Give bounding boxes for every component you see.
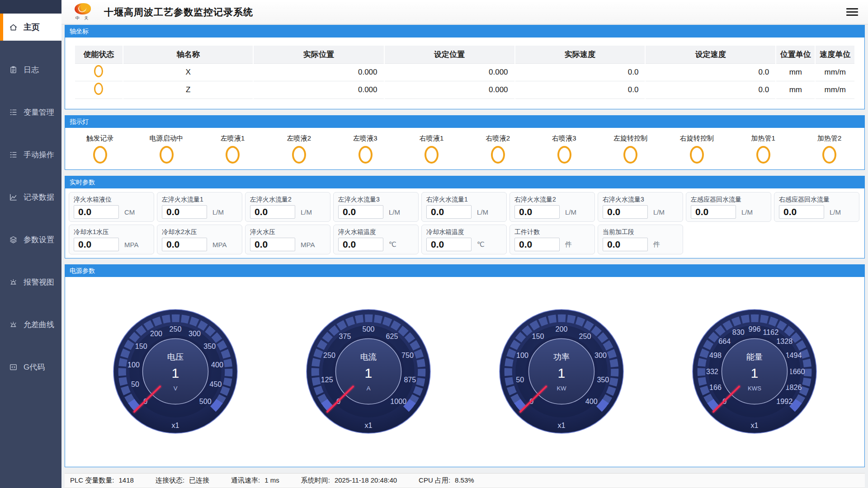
param-card: 淬火水箱温度0.0℃ xyxy=(333,225,419,254)
sidebar-item-log[interactable]: 日志 xyxy=(0,56,61,83)
axis-table: 使能状态轴名称实际位置设定位置实际速度设定速度位置单位速度单位 X0.0000.… xyxy=(74,46,855,99)
indicator: 电源启动中 xyxy=(133,134,200,164)
indicator-label: 右喷液1 xyxy=(420,134,443,143)
manual-icon xyxy=(9,150,18,159)
gauge-tick-label: 125 xyxy=(321,375,333,384)
gauge-tick-label: 1328 xyxy=(776,338,793,346)
status-item: 连接状态:已连接 xyxy=(156,476,209,485)
param-value: 0.0 xyxy=(514,238,560,251)
gauge-multiplier: x1 xyxy=(171,421,179,429)
indicator: 左喷液1 xyxy=(199,134,266,164)
axis-col-header: 位置单位 xyxy=(776,46,815,64)
sidebar-item-variables[interactable]: 变量管理 xyxy=(0,99,61,126)
param-value: 0.0 xyxy=(514,205,560,219)
param-card: 左淬火水流量10.0L/M xyxy=(157,192,242,222)
param-value: 0.0 xyxy=(250,205,295,219)
gauge-tick-label: 500 xyxy=(199,397,211,405)
indicator-light xyxy=(557,146,571,164)
status-item: PLC 变量数量:1418 xyxy=(70,476,134,485)
sidebar-item-tolerance[interactable]: 允差曲线 xyxy=(0,311,61,338)
status-label: 系统时间: xyxy=(301,476,330,485)
gauge-voltage: 050100150200250300350400450500电压1Vx1 xyxy=(108,305,243,439)
axis-col-header: 设定速度 xyxy=(646,46,775,64)
main-column: 中 天 十堰高周波工艺参数监控记录系统 轴坐标 使能状态轴名称实际位置设定位置实… xyxy=(61,0,868,488)
gauge-unit: A xyxy=(366,385,370,392)
param-label: 淬火水压 xyxy=(250,228,326,236)
gauge-tick-label: 1494 xyxy=(785,351,802,359)
gauge-power: 050100150200250300350400功率1KWx1 xyxy=(494,305,629,439)
log-icon xyxy=(9,66,18,74)
sidebar-item-label: 参数设置 xyxy=(24,235,54,245)
table-row: X0.0000.0000.00.0mmmm/m xyxy=(75,64,854,81)
gauge-title: 电流 xyxy=(360,352,376,361)
axis-cell-axis: Z xyxy=(123,81,253,99)
app-root: 主页日志变量管理手动操作记录数据参数设置报警视图允差曲线G代码 中 天 十堰高周… xyxy=(0,0,868,488)
gauge-tick-label: 664 xyxy=(718,338,731,346)
param-label: 冷却水2水压 xyxy=(162,228,237,236)
param-card: 淬火水压0.0MPA xyxy=(245,225,330,254)
company-logo: 中 天 xyxy=(70,3,96,21)
param-label: 左感应器回水流量 xyxy=(691,196,766,204)
gauge-tick-label: 500 xyxy=(362,325,374,333)
enable-status-cell xyxy=(75,64,123,81)
enable-status-light xyxy=(94,65,103,77)
indicator: 触发记录 xyxy=(67,134,133,164)
sidebar-item-label: 记录数据 xyxy=(24,192,54,202)
param-value: 0.0 xyxy=(162,238,207,251)
gauge-energy: 0166332498664830996116213281494166018261… xyxy=(687,305,822,439)
status-value: 2025-11-18 20:48:40 xyxy=(335,476,397,485)
variables-icon xyxy=(9,108,18,117)
sidebar-item-records[interactable]: 记录数据 xyxy=(0,183,61,211)
gauge-tick-label: 400 xyxy=(211,361,223,369)
axis-cell-speed_unit: mm/m xyxy=(816,64,854,81)
gauge-multiplier: x1 xyxy=(557,421,565,429)
axis-cell-pos_unit: mm xyxy=(776,81,815,99)
sidebar-item-settings[interactable]: 参数设置 xyxy=(0,226,61,253)
param-unit: L/M xyxy=(389,208,400,216)
gauge-tick-label: 200 xyxy=(555,325,567,333)
realtime-panel: 实时参数 淬火水箱液位0.0CM左淬火水流量10.0L/M左淬火水流量20.0L… xyxy=(65,176,865,258)
status-value: 已连接 xyxy=(189,476,209,485)
indicator-light xyxy=(359,146,373,164)
gauge-tick-label: 350 xyxy=(597,375,609,384)
param-unit: L/M xyxy=(212,208,224,216)
indicator-label: 右喷液2 xyxy=(486,134,510,143)
param-label: 左淬火水流量3 xyxy=(338,196,414,204)
param-card: 工件计数0.0件 xyxy=(509,225,595,254)
indicator-label: 右喷液3 xyxy=(552,134,576,143)
gauge-tick-label: 996 xyxy=(748,325,760,333)
param-label: 右淬火水流量1 xyxy=(426,196,502,204)
indicator-label: 左旋转控制 xyxy=(613,134,647,143)
sidebar-item-label: 手动操作 xyxy=(24,150,54,160)
sidebar-item-home[interactable]: 主页 xyxy=(0,14,61,41)
top-header: 中 天 十堰高周波工艺参数监控记录系统 xyxy=(61,0,868,24)
gauge-tick-label: 150 xyxy=(135,343,147,351)
sidebar-item-alarm[interactable]: 报警视图 xyxy=(0,268,61,296)
sidebar-item-manual[interactable]: 手动操作 xyxy=(0,141,61,168)
hamburger-menu-icon[interactable] xyxy=(846,6,858,18)
gauge-tick-label: 350 xyxy=(203,343,216,351)
sidebar-item-gcode[interactable]: G代码 xyxy=(0,353,61,380)
param-label: 左淬火水流量1 xyxy=(162,196,237,204)
param-unit: L/M xyxy=(301,208,312,216)
sidebar-item-label: 允差曲线 xyxy=(24,319,54,330)
param-value: 0.0 xyxy=(426,205,472,219)
gauge-row: 050100150200250300350400450500电压1Vx1 012… xyxy=(65,277,864,467)
param-card: 左淬火水流量20.0L/M xyxy=(245,192,330,222)
param-value: 0.0 xyxy=(691,205,736,219)
param-card: 右感应器回水流量0.0L/M xyxy=(774,192,859,222)
gauge-tick-label: 100 xyxy=(516,351,528,359)
status-value: 8.53% xyxy=(455,476,474,485)
gauge-tick-label: 332 xyxy=(706,367,718,375)
param-unit: L/M xyxy=(565,208,576,216)
param-unit: 件 xyxy=(653,240,660,249)
param-unit: ℃ xyxy=(477,240,485,249)
indicator: 左喷液2 xyxy=(266,134,332,164)
param-card: 右淬火水流量10.0L/M xyxy=(421,192,507,222)
indicator: 右喷液3 xyxy=(531,134,598,164)
indicator: 右喷液2 xyxy=(465,134,531,164)
indicator-label: 左喷液3 xyxy=(353,134,377,143)
param-value: 0.0 xyxy=(162,205,207,219)
axis-col-header: 使能状态 xyxy=(75,46,123,64)
home-icon xyxy=(9,23,18,32)
